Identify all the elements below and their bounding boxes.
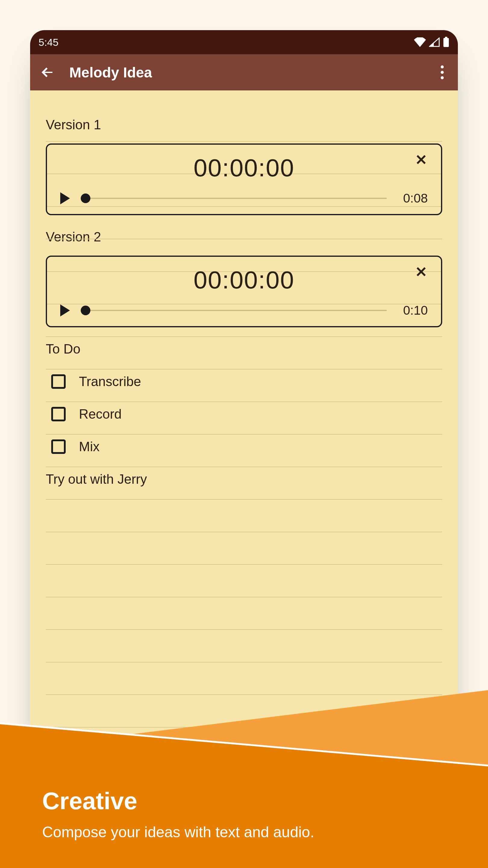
svg-rect-0 — [444, 38, 449, 47]
audio-player: 00:00:00 ✕ 0:10 — [46, 255, 442, 327]
todo-label: Transcribe — [79, 374, 141, 389]
play-button[interactable] — [60, 304, 70, 316]
promo-banner: Creative Compose your ideas with text an… — [0, 687, 488, 868]
page-title: Melody Idea — [69, 64, 422, 81]
audio-seek-slider[interactable] — [81, 194, 387, 203]
play-button[interactable] — [60, 192, 70, 204]
arrow-left-icon — [40, 65, 55, 80]
todo-item[interactable]: Transcribe — [46, 365, 442, 398]
audio-remove-button[interactable]: ✕ — [412, 263, 430, 281]
audio-remove-button[interactable]: ✕ — [412, 151, 430, 169]
wifi-icon — [414, 37, 426, 47]
svg-point-2 — [441, 65, 444, 68]
status-time: 5:45 — [38, 36, 59, 48]
checkbox[interactable] — [51, 439, 66, 454]
audio-duration: 0:10 — [398, 303, 428, 318]
battery-icon — [443, 37, 450, 48]
signal-icon — [429, 37, 440, 47]
todo-label: Mix — [79, 439, 99, 454]
audio-elapsed-time: 00:00:00 — [193, 154, 294, 182]
back-button[interactable] — [38, 63, 57, 82]
todo-item[interactable]: Record — [46, 398, 442, 430]
status-icons — [414, 37, 450, 48]
svg-rect-1 — [445, 37, 447, 38]
todo-heading: To Do — [46, 333, 442, 365]
audio-player: 00:00:00 ✕ 0:08 — [46, 144, 442, 215]
phone-frame: 5:45 Melody Idea Version 1 00:00:00 ✕ — [30, 30, 458, 753]
overflow-menu-button[interactable] — [435, 63, 450, 82]
todo-item[interactable]: Mix — [46, 430, 442, 463]
status-bar: 5:45 — [30, 30, 458, 54]
audio-seek-slider[interactable] — [81, 306, 387, 315]
version-label: Version 1 — [46, 108, 442, 141]
banner-subtitle: Compose your ideas with text and audio. — [42, 824, 314, 841]
audio-elapsed-time: 00:00:00 — [193, 266, 294, 294]
checkbox[interactable] — [51, 407, 66, 421]
more-vert-icon — [441, 65, 444, 80]
banner-title: Creative — [42, 787, 314, 815]
audio-duration: 0:08 — [398, 191, 428, 206]
app-bar: Melody Idea — [30, 54, 458, 90]
checkbox[interactable] — [51, 374, 66, 389]
svg-point-3 — [441, 71, 444, 74]
note-body[interactable]: Version 1 00:00:00 ✕ 0:08 Version 2 00:0… — [30, 90, 458, 753]
note-text-line[interactable]: Try out with Jerry — [46, 463, 442, 495]
version-label: Version 2 — [46, 221, 442, 253]
svg-point-4 — [441, 76, 444, 79]
close-icon: ✕ — [415, 264, 427, 280]
close-icon: ✕ — [415, 151, 427, 168]
todo-label: Record — [79, 407, 122, 422]
